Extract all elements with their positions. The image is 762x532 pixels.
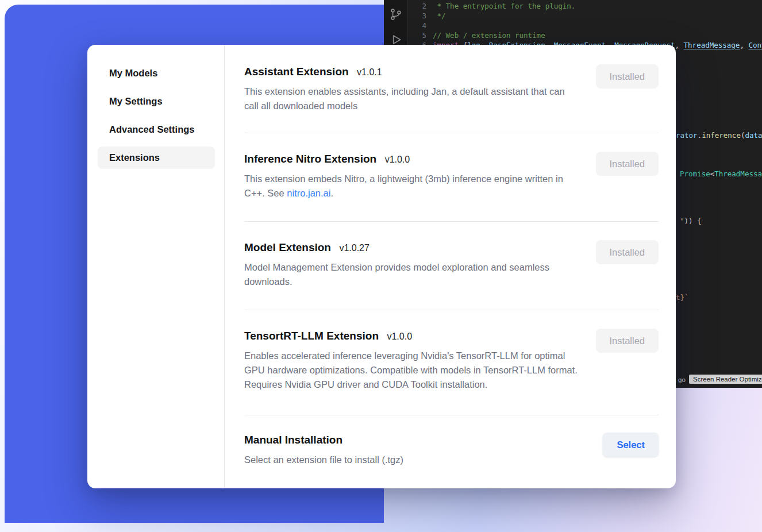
- code-line: 4: [408, 21, 762, 30]
- code-text: */: [433, 11, 446, 21]
- code-line: 5 // Web / extension runtime: [408, 30, 762, 40]
- extension-section-model: Model Extension v1.0.27 Model Management…: [244, 222, 659, 310]
- extension-version: v1.0.1: [357, 67, 382, 77]
- sidebar-item-my-models[interactable]: My Models: [98, 62, 215, 84]
- extension-name: Model Extension: [244, 241, 331, 253]
- code-token: inference: [702, 131, 741, 140]
- settings-sidebar: My Models My Settings Advanced Settings …: [87, 45, 225, 488]
- code-area: 2 * The entrypoint for the plugin. 3 */ …: [408, 1, 762, 50]
- code-token: data: [745, 131, 762, 140]
- code-fragment: Promise<ThreadMessage>: [680, 170, 762, 178]
- extension-version: v1.0.0: [385, 155, 410, 164]
- code-line: 3 */: [408, 11, 762, 21]
- extension-name: Inference Nitro Extension: [244, 153, 376, 165]
- code-fragment: rator.inference(data));: [676, 132, 762, 140]
- manual-installation-description: Select an extension file to install (.tg…: [244, 453, 403, 467]
- extension-section-assistant: Assistant Extension v1.0.1 This extensio…: [244, 45, 659, 133]
- code-text: // Web / extension runtime: [433, 30, 545, 40]
- code-fragment: ")) {: [680, 217, 702, 225]
- sidebar-item-extensions[interactable]: Extensions: [98, 147, 215, 169]
- source-control-icon[interactable]: [388, 7, 403, 22]
- extension-description: Enables accelerated inference leveraging…: [244, 349, 578, 392]
- code-token: ,: [740, 41, 748, 49]
- extension-name: Assistant Extension: [244, 65, 349, 78]
- nitro-jan-ai-link[interactable]: nitro.jan.ai: [287, 188, 330, 198]
- code-token: rator: [676, 131, 698, 140]
- extension-description: This extension embeds Nitro, a lightweig…: [244, 172, 578, 201]
- extension-version: v1.0.27: [339, 243, 369, 253]
- extension-name: TensortRT-LLM Extension: [244, 330, 379, 342]
- code-token: ": [680, 217, 684, 225]
- sidebar-item-advanced-settings[interactable]: Advanced Settings: [98, 118, 215, 141]
- extensions-panel: Assistant Extension v1.0.1 This extensio…: [225, 45, 676, 488]
- code-token: t}`: [676, 293, 689, 302]
- installed-button[interactable]: Installed: [596, 64, 659, 88]
- line-number: 4: [408, 21, 426, 30]
- code-token: ContentType: [748, 41, 762, 49]
- line-number: 5: [408, 30, 426, 40]
- code-token: ThreadMessage: [714, 169, 762, 178]
- extension-description: Model Management Extension provides mode…: [244, 260, 578, 289]
- code-token: ThreadMessage: [684, 41, 740, 49]
- installed-button[interactable]: Installed: [596, 329, 659, 353]
- page-background: 2 * The entrypoint for the plugin. 3 */ …: [0, 0, 762, 532]
- manual-installation-section: Manual Installation Select an extension …: [244, 415, 659, 467]
- description-text: .: [330, 188, 333, 198]
- code-token: )) {: [684, 217, 702, 225]
- extension-description: This extension enables assistants, inclu…: [244, 84, 578, 113]
- code-text: * The entrypoint for the plugin.: [433, 1, 575, 11]
- code-token: ,: [675, 41, 684, 49]
- code-token: Promise: [680, 169, 710, 178]
- sidebar-item-my-settings[interactable]: My Settings: [98, 90, 215, 113]
- extension-version: v1.0.0: [387, 331, 412, 341]
- installed-button[interactable]: Installed: [596, 152, 659, 176]
- extension-section-nitro: Inference Nitro Extension v1.0.0 This ex…: [244, 133, 659, 222]
- settings-modal: My Models My Settings Advanced Settings …: [87, 45, 676, 488]
- statusbar-text: go: [678, 376, 686, 383]
- line-number: 2: [408, 1, 426, 11]
- line-number: 3: [408, 11, 426, 21]
- screen-reader-toast[interactable]: Screen Reader Optimize: [689, 375, 762, 384]
- select-file-button[interactable]: Select: [603, 433, 659, 457]
- installed-button[interactable]: Installed: [596, 240, 659, 264]
- code-fragment: t}`: [676, 294, 689, 302]
- manual-installation-title: Manual Installation: [244, 434, 342, 446]
- extension-section-tensorrt: TensortRT-LLM Extension v1.0.0 Enables a…: [244, 310, 659, 415]
- code-line: 2 * The entrypoint for the plugin.: [408, 1, 762, 11]
